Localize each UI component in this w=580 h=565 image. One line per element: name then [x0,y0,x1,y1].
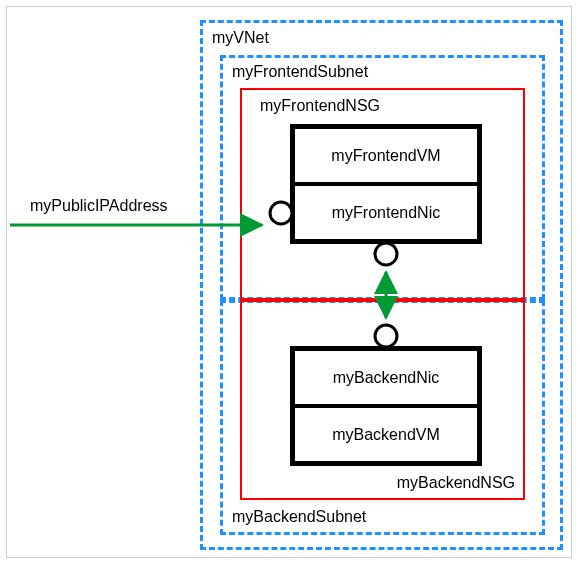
arrows-overlay [0,0,580,565]
diagram-stage: myVNet myFrontendSubnet myBackendSubnet … [0,0,580,565]
frontend-nic-port-bottom [375,243,397,265]
frontend-nic-port-left [270,202,292,224]
backend-nic-port-top [375,325,397,347]
